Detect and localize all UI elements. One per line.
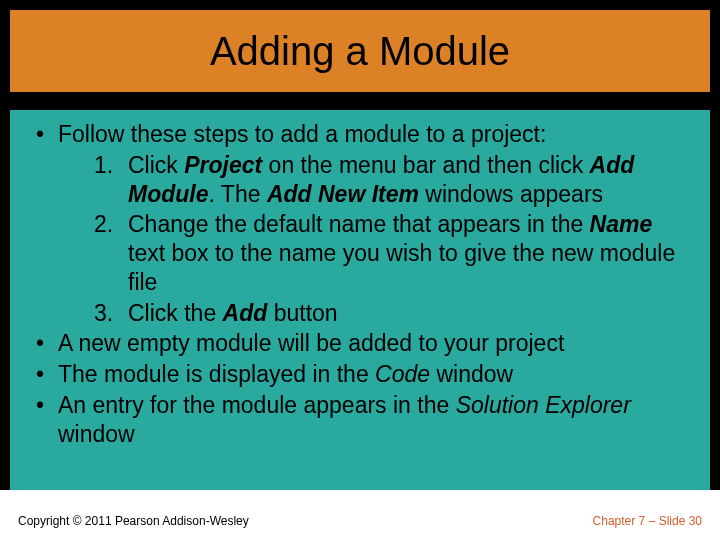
bullet-after-2: The module is displayed in the Code wind…: [28, 360, 676, 389]
title-bar: Adding a Module: [10, 10, 710, 92]
footer-page-ref: Chapter 7 – Slide 30: [593, 514, 702, 528]
step-1: Click Project on the menu bar and then c…: [94, 151, 676, 209]
step-3: Click the Add button: [94, 299, 676, 328]
bullet-intro: Follow these steps to add a module to a …: [28, 120, 676, 327]
bullet-after-3: An entry for the module appears in the S…: [28, 391, 676, 449]
step-2: Change the default name that appears in …: [94, 210, 676, 296]
footer-copyright: Copyright © 2011 Pearson Addison-Wesley: [18, 514, 249, 528]
content-body: Follow these steps to add a module to a …: [10, 110, 710, 490]
bullet-intro-text: Follow these steps to add a module to a …: [58, 121, 546, 147]
bullet-after-1: A new empty module will be added to your…: [28, 329, 676, 358]
slide: Adding a Module Follow these steps to ad…: [0, 0, 720, 540]
slide-title: Adding a Module: [210, 29, 510, 74]
